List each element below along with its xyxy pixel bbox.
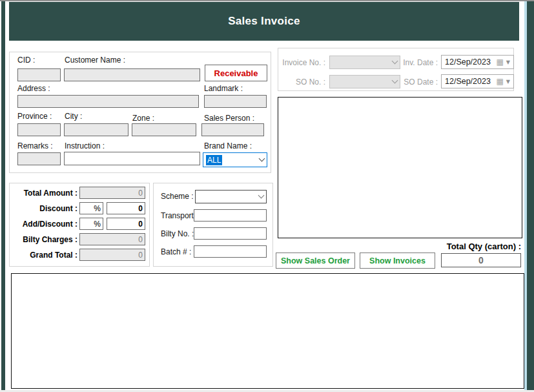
brand-name-selected-value: ALL [206, 155, 222, 165]
zone-label: Zone : [132, 114, 154, 123]
total-qty-field: 0 [441, 253, 521, 267]
bilty-no-field[interactable] [194, 227, 267, 240]
batch-field[interactable] [194, 245, 267, 258]
province-field[interactable] [17, 123, 61, 136]
discount-amount-field[interactable] [107, 202, 145, 214]
dropdown-arrow-icon[interactable]: ▼ [506, 79, 510, 85]
show-invoices-button[interactable]: Show Invoices [360, 253, 435, 269]
total-qty-label: Total Qty (carton) : [387, 242, 521, 251]
discount-label: Discount : [10, 204, 77, 213]
sales-person-label: Sales Person : [204, 114, 254, 123]
scheme-select[interactable] [195, 190, 267, 203]
receivable-button[interactable]: Receivable [205, 65, 267, 81]
inv-date-label: Inv. Date : [400, 58, 438, 67]
chevron-down-icon [259, 156, 265, 162]
bilty-charges-field [79, 233, 145, 245]
inv-date-picker[interactable]: 12/Sep/2023 ▦ ▼ [441, 55, 514, 69]
so-no-label: SO No. : [280, 77, 325, 87]
calendar-icon: ▦ [497, 77, 504, 85]
total-amount-field [79, 187, 145, 199]
landmark-field[interactable] [204, 95, 267, 108]
remarks-field[interactable] [17, 152, 61, 165]
zone-field[interactable] [132, 123, 196, 136]
instruction-field[interactable] [64, 152, 200, 165]
calendar-icon: ▦ [497, 58, 504, 66]
grand-total-label: Grand Total : [10, 251, 77, 260]
brand-name-label: Brand Name : [204, 141, 252, 150]
sales-person-field[interactable] [201, 123, 264, 136]
instruction-label: Instruction : [65, 141, 105, 150]
chevron-down-icon [258, 192, 265, 199]
invoice-no-label: Invoice No. : [280, 58, 325, 67]
window-border-top [0, 0, 534, 1]
chevron-down-icon [392, 58, 398, 65]
scheme-label: Scheme : [161, 192, 194, 201]
landmark-label: Landmark : [204, 84, 243, 93]
cid-field[interactable] [17, 68, 61, 81]
orders-listbox[interactable] [278, 97, 522, 238]
brand-name-select[interactable]: ALL [203, 152, 267, 167]
bilty-no-label: Bilty No. : [161, 229, 194, 238]
page-title: Sales Invoice [228, 15, 300, 28]
add-discount-amount-field[interactable] [107, 218, 145, 230]
add-discount-label: Add/Discount : [10, 220, 77, 229]
bilty-charges-label: Bilty Charges : [10, 235, 77, 244]
cid-label: CID : [17, 56, 35, 65]
transport-label: Transport : [161, 211, 198, 220]
so-date-label: SO Date : [400, 77, 438, 87]
batch-label: Batch # : [161, 247, 191, 256]
show-sales-order-button[interactable]: Show Sales Order [276, 253, 355, 269]
dropdown-arrow-icon[interactable]: ▼ [506, 59, 510, 65]
inv-date-value: 12/Sep/2023 [445, 57, 491, 67]
so-date-picker[interactable]: 12/Sep/2023 ▦ ▼ [441, 74, 514, 88]
sales-invoice-window: Sales Invoice CID : Customer Name : Rece… [0, 0, 534, 392]
transport-field[interactable] [194, 209, 267, 222]
city-field[interactable] [64, 123, 128, 136]
window-border-left [1, 1, 5, 391]
add-discount-percent-field[interactable] [79, 218, 103, 230]
invoice-no-select [329, 56, 400, 69]
remarks-label: Remarks : [17, 141, 53, 150]
header-bar: Sales Invoice [9, 2, 519, 41]
city-label: City : [65, 112, 82, 121]
window-border-right [527, 1, 534, 391]
so-date-value: 12/Sep/2023 [445, 77, 491, 86]
grand-total-field [79, 249, 145, 261]
customer-name-field[interactable] [64, 68, 200, 81]
so-no-select [329, 75, 400, 88]
province-label: Province : [17, 112, 52, 121]
address-label: Address : [17, 84, 50, 93]
customer-name-label: Customer Name : [65, 56, 125, 65]
discount-percent-field[interactable] [79, 202, 103, 214]
address-field[interactable] [17, 95, 199, 108]
total-amount-label: Total Amount : [10, 189, 77, 198]
invoice-items-grid[interactable] [11, 273, 524, 389]
chevron-down-icon [392, 77, 398, 84]
